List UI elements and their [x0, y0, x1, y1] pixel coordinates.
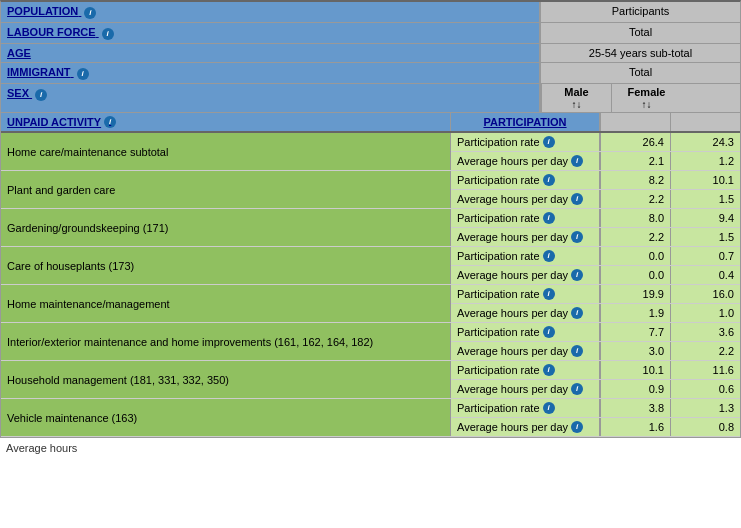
metric-info-icon[interactable]: i — [543, 288, 555, 300]
metric-info-icon[interactable]: i — [571, 269, 583, 281]
metric-male-val-0-1: 2.1 — [600, 152, 670, 170]
metric-row-1-1: Average hours per day i2.21.5 — [451, 190, 740, 208]
data-table: POPULATION i Participants LABOUR FORCE i… — [0, 0, 741, 438]
population-label[interactable]: POPULATION i — [1, 2, 540, 22]
metric-male-val-0-0: 26.4 — [600, 133, 670, 151]
metric-row-3-1: Average hours per day i0.00.4 — [451, 266, 740, 284]
activity-block-4: Home maintenance/managementParticipation… — [1, 285, 740, 323]
activity-name-7: Vehicle maintenance (163) — [1, 399, 451, 436]
metric-row-6-1: Average hours per day i0.90.6 — [451, 380, 740, 398]
sex-row: SEX i Male ↑↓ Female ↑↓ — [1, 84, 740, 113]
metric-row-2-0: Participation rate i8.09.4 — [451, 209, 740, 228]
metric-info-icon[interactable]: i — [543, 326, 555, 338]
participation-col-header[interactable]: PARTICIPATION — [451, 113, 600, 131]
metrics-side-7: Participation rate i3.81.3Average hours … — [451, 399, 740, 436]
metric-name-2-0: Participation rate i — [451, 209, 600, 227]
metric-info-icon[interactable]: i — [571, 345, 583, 357]
bottom-note-text: Average hours — [6, 442, 77, 454]
metric-female-val-2-0: 9.4 — [670, 209, 740, 227]
metric-male-val-7-0: 3.8 — [600, 399, 670, 417]
metric-info-icon[interactable]: i — [571, 307, 583, 319]
metric-female-val-3-1: 0.4 — [670, 266, 740, 284]
activity-name-4: Home maintenance/management — [1, 285, 451, 322]
age-label[interactable]: AGE — [1, 44, 540, 62]
metric-name-1-0: Participation rate i — [451, 171, 600, 189]
metrics-side-0: Participation rate i26.424.3Average hour… — [451, 133, 740, 170]
labour-force-label[interactable]: LABOUR FORCE i — [1, 23, 540, 43]
activity-block-5: Interior/exterior maintenance and home i… — [1, 323, 740, 361]
population-info-icon[interactable]: i — [84, 7, 96, 19]
age-value: 25-54 years sub-total — [540, 44, 740, 62]
metric-row-5-0: Participation rate i7.73.6 — [451, 323, 740, 342]
metric-info-icon[interactable]: i — [571, 383, 583, 395]
metric-male-val-2-0: 8.0 — [600, 209, 670, 227]
metric-female-val-5-0: 3.6 — [670, 323, 740, 341]
metric-info-icon[interactable]: i — [543, 402, 555, 414]
activity-name-5: Interior/exterior maintenance and home i… — [1, 323, 451, 360]
immigrant-row: IMMIGRANT i Total — [1, 63, 740, 84]
activity-name-0: Home care/maintenance subtotal — [1, 133, 451, 170]
activity-block-7: Vehicle maintenance (163)Participation r… — [1, 399, 740, 437]
labour-force-value: Total — [540, 23, 740, 43]
metric-name-6-1: Average hours per day i — [451, 380, 600, 398]
metric-info-icon[interactable]: i — [571, 193, 583, 205]
immigrant-value: Total — [540, 63, 740, 83]
metric-info-icon[interactable]: i — [571, 231, 583, 243]
unpaid-activity-info-icon[interactable]: i — [104, 116, 116, 128]
female-sort-arrows[interactable]: ↑↓ — [642, 99, 652, 110]
metric-row-4-1: Average hours per day i1.91.0 — [451, 304, 740, 322]
activity-block-3: Care of houseplants (173)Participation r… — [1, 247, 740, 285]
metric-female-val-0-0: 24.3 — [670, 133, 740, 151]
metric-info-icon[interactable]: i — [543, 364, 555, 376]
metric-male-val-2-1: 2.2 — [600, 228, 670, 246]
activity-name-3: Care of houseplants (173) — [1, 247, 451, 284]
metric-female-val-1-0: 10.1 — [670, 171, 740, 189]
metrics-side-5: Participation rate i7.73.6Average hours … — [451, 323, 740, 360]
female-label: Female — [616, 86, 677, 98]
metric-name-0-1: Average hours per day i — [451, 152, 600, 170]
female-data-col-header — [670, 113, 740, 131]
metric-female-val-6-0: 11.6 — [670, 361, 740, 379]
immigrant-label[interactable]: IMMIGRANT i — [1, 63, 540, 83]
male-data-col-header — [600, 113, 670, 131]
age-row: AGE 25-54 years sub-total — [1, 44, 740, 63]
metric-name-3-1: Average hours per day i — [451, 266, 600, 284]
metric-female-val-5-1: 2.2 — [670, 342, 740, 360]
metrics-side-6: Participation rate i10.111.6Average hour… — [451, 361, 740, 398]
metric-female-val-6-1: 0.6 — [670, 380, 740, 398]
metric-male-val-1-1: 2.2 — [600, 190, 670, 208]
metric-info-icon[interactable]: i — [543, 250, 555, 262]
unpaid-activity-col-header[interactable]: UNPAID ACTIVITY i — [1, 113, 451, 131]
sex-label[interactable]: SEX i — [1, 84, 540, 112]
metric-male-val-3-0: 0.0 — [600, 247, 670, 265]
metric-row-0-1: Average hours per day i2.11.2 — [451, 152, 740, 170]
metric-info-icon[interactable]: i — [571, 421, 583, 433]
metric-male-val-7-1: 1.6 — [600, 418, 670, 436]
labour-force-info-icon[interactable]: i — [102, 28, 114, 40]
metric-row-3-0: Participation rate i0.00.7 — [451, 247, 740, 266]
metric-male-val-4-1: 1.9 — [600, 304, 670, 322]
metric-female-val-0-1: 1.2 — [670, 152, 740, 170]
metric-info-icon[interactable]: i — [543, 212, 555, 224]
metric-row-7-1: Average hours per day i1.60.8 — [451, 418, 740, 436]
immigrant-info-icon[interactable]: i — [77, 68, 89, 80]
metric-row-5-1: Average hours per day i3.02.2 — [451, 342, 740, 360]
metric-name-7-1: Average hours per day i — [451, 418, 600, 436]
labour-force-text: LABOUR FORCE — [7, 26, 96, 38]
metric-male-val-5-1: 3.0 — [600, 342, 670, 360]
sex-text: SEX — [7, 87, 29, 99]
population-row: POPULATION i Participants — [1, 2, 740, 23]
metric-info-icon[interactable]: i — [543, 174, 555, 186]
metric-info-icon[interactable]: i — [571, 155, 583, 167]
metric-female-val-7-1: 0.8 — [670, 418, 740, 436]
sex-info-icon[interactable]: i — [35, 89, 47, 101]
column-headers-row: UNPAID ACTIVITY i PARTICIPATION — [1, 113, 740, 133]
metric-female-val-4-1: 1.0 — [670, 304, 740, 322]
metric-male-val-6-1: 0.9 — [600, 380, 670, 398]
metric-name-5-0: Participation rate i — [451, 323, 600, 341]
metric-info-icon[interactable]: i — [543, 136, 555, 148]
male-sort-arrows[interactable]: ↑↓ — [572, 99, 582, 110]
metric-name-4-0: Participation rate i — [451, 285, 600, 303]
metric-name-2-1: Average hours per day i — [451, 228, 600, 246]
main-container: POPULATION i Participants LABOUR FORCE i… — [0, 0, 741, 458]
